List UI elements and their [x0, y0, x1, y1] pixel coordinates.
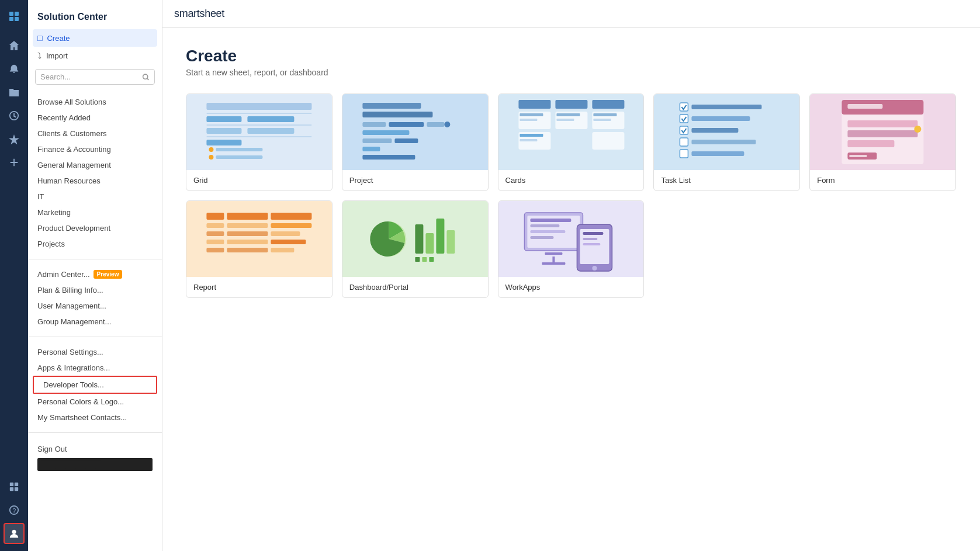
star-nav-icon[interactable] [4, 129, 25, 150]
template-card-form[interactable]: Form [809, 93, 956, 191]
svg-rect-36 [394, 138, 418, 143]
svg-rect-86 [206, 248, 224, 252]
svg-rect-37 [362, 147, 380, 151]
sidebar-developer-tools[interactable]: Developer Tools... [33, 376, 157, 394]
sidebar-finance[interactable]: Finance & Accounting [28, 141, 162, 157]
sidebar-personal-colors[interactable]: Personal Colors & Logo... [28, 394, 162, 410]
nav-rail: ? [0, 0, 28, 551]
template-thumb-tasklist [654, 94, 799, 170]
svg-rect-63 [680, 150, 688, 158]
template-label-grid: Grid [186, 170, 332, 190]
template-card-tasklist[interactable]: Task List [653, 93, 800, 191]
grid-nav-icon[interactable] [4, 476, 25, 497]
sidebar-general-mgmt[interactable]: General Management [28, 157, 162, 173]
svg-rect-90 [415, 224, 423, 254]
svg-rect-96 [429, 257, 434, 262]
sidebar-hr[interactable]: Human Resources [28, 173, 162, 189]
sidebar-recently-added[interactable]: Recently Added [28, 110, 162, 126]
import-icon: ⤵ [37, 51, 41, 60]
svg-rect-56 [692, 105, 762, 109]
svg-rect-41 [520, 113, 543, 116]
sidebar-apps-integrations[interactable]: Apps & Integrations... [28, 360, 162, 376]
svg-rect-110 [583, 243, 600, 245]
search-box[interactable] [35, 69, 155, 85]
sidebar-projects[interactable]: Projects [28, 236, 162, 252]
svg-rect-105 [542, 262, 565, 265]
user-nav-icon[interactable] [4, 523, 25, 544]
svg-point-111 [592, 266, 597, 271]
svg-rect-16 [206, 116, 241, 122]
svg-rect-44 [520, 134, 543, 137]
template-thumb-cards [498, 94, 644, 170]
sidebar-user-mgmt[interactable]: User Management... [28, 298, 162, 314]
template-card-report[interactable]: Report [186, 200, 333, 298]
svg-point-33 [444, 122, 450, 127]
template-label-dashboard: Dashboard/Portal [342, 277, 488, 297]
clock-nav-icon[interactable] [4, 105, 25, 126]
create-icon: □ [37, 33, 42, 43]
template-row-2: Report [186, 200, 957, 298]
svg-rect-24 [216, 148, 262, 151]
sidebar-personal-section: Personal Settings... Apps & Integrations… [28, 342, 162, 428]
svg-point-12 [12, 530, 16, 534]
sidebar-it[interactable]: IT [28, 189, 162, 205]
content-area: Create Start a new sheet, report, or das… [162, 28, 980, 551]
svg-rect-55 [680, 103, 688, 111]
template-label-workapps: WorkApps [498, 277, 644, 297]
folder-nav-icon[interactable] [4, 82, 25, 103]
svg-rect-27 [362, 103, 421, 109]
svg-rect-15 [206, 113, 311, 114]
svg-rect-4 [15, 17, 19, 21]
svg-rect-84 [227, 240, 268, 244]
sidebar-plan-billing[interactable]: Plan & Billing Info... [28, 282, 162, 298]
template-card-grid[interactable]: Grid [186, 93, 333, 191]
svg-rect-1 [9, 12, 13, 16]
app-logo: smartsheet [174, 8, 224, 20]
sidebar-contacts[interactable]: My Smartsheet Contacts... [28, 410, 162, 425]
sidebar-admin-center[interactable]: Admin Center... Preview [28, 266, 162, 282]
template-card-project[interactable]: Project [342, 93, 489, 191]
sidebar-marketing[interactable]: Marketing [28, 205, 162, 220]
sidebar-product-dev[interactable]: Product Development [28, 220, 162, 236]
top-bar: smartsheet [162, 0, 980, 28]
sidebar-import-item[interactable]: ⤵ Import [28, 47, 162, 64]
svg-rect-99 [530, 219, 571, 222]
bell-nav-icon[interactable] [4, 58, 25, 79]
sidebar-search [28, 64, 162, 92]
svg-rect-2 [15, 12, 19, 16]
svg-rect-30 [362, 122, 386, 127]
sidebar-browse-all[interactable]: Browse All Solutions [28, 94, 162, 110]
sign-out-label[interactable]: Sign Out [37, 442, 153, 456]
sidebar-personal-settings[interactable]: Personal Settings... [28, 344, 162, 360]
template-label-tasklist: Task List [654, 170, 799, 190]
home-nav-icon[interactable] [4, 35, 25, 56]
svg-rect-87 [227, 248, 268, 252]
svg-rect-74 [206, 213, 224, 220]
svg-rect-69 [848, 130, 918, 137]
sidebar-divider-2 [28, 337, 162, 337]
svg-rect-81 [227, 231, 268, 236]
search-input[interactable] [40, 72, 138, 81]
template-card-workapps[interactable]: WorkApps [498, 200, 645, 298]
svg-rect-18 [206, 124, 311, 126]
sidebar-title: Solution Center [28, 0, 162, 29]
help-nav-icon[interactable]: ? [4, 500, 25, 521]
svg-rect-59 [680, 126, 688, 134]
svg-rect-53 [593, 119, 611, 121]
template-label-cards: Cards [498, 170, 644, 190]
svg-rect-100 [530, 224, 559, 227]
sidebar-clients[interactable]: Clients & Customers [28, 126, 162, 141]
svg-rect-6 [10, 483, 13, 486]
sidebar-group-mgmt[interactable]: Group Management... [28, 314, 162, 330]
user-email: ████████████ [37, 458, 153, 471]
template-thumb-workapps [498, 201, 644, 277]
template-card-cards[interactable]: Cards [498, 93, 645, 191]
svg-rect-62 [692, 140, 756, 144]
search-icon [142, 73, 150, 81]
template-thumb-grid [186, 94, 332, 170]
svg-rect-82 [271, 231, 300, 236]
template-card-dashboard[interactable]: Dashboard/Portal [342, 200, 489, 298]
sidebar-create-item[interactable]: □ Create [33, 29, 157, 47]
plus-nav-icon[interactable] [4, 152, 25, 173]
svg-rect-39 [518, 100, 550, 109]
